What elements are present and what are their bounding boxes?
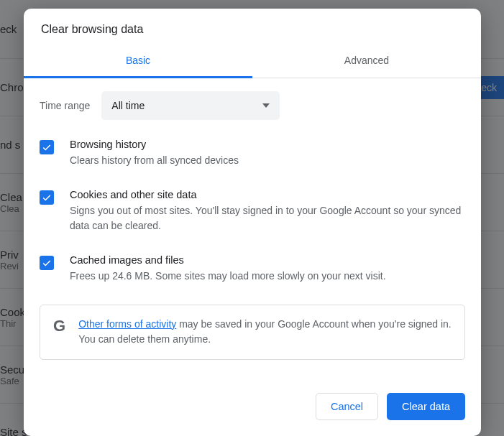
option-title: Cookies and other site data (70, 189, 465, 200)
tab-basic[interactable]: Basic (24, 46, 252, 78)
time-range-label: Time range (40, 100, 90, 111)
check-icon (42, 258, 52, 268)
time-range-select[interactable]: All time (101, 91, 280, 120)
google-icon: G (53, 318, 65, 334)
google-account-notice: G Other forms of activity may be saved i… (40, 305, 465, 360)
dialog-footer: Cancel Clear data (24, 380, 481, 436)
check-icon (42, 193, 52, 203)
clear-browsing-data-dialog: Clear browsing data Basic Advanced Time … (24, 9, 481, 436)
option-desc: Signs you out of most sites. You'll stay… (70, 203, 465, 234)
option-title: Browsing history (70, 139, 239, 150)
checkbox-browsing-history[interactable] (40, 140, 54, 154)
check-icon (42, 142, 52, 152)
dialog-body[interactable]: Time range All time Browsing history Cle… (24, 78, 481, 380)
checkbox-cookies[interactable] (40, 190, 54, 205)
notice-text: Other forms of activity may be saved in … (78, 317, 452, 348)
option-title: Cached images and files (70, 254, 386, 266)
tab-bar: Basic Advanced (24, 46, 481, 78)
other-activity-link[interactable]: Other forms of activity (78, 318, 176, 330)
cancel-button[interactable]: Cancel (316, 393, 378, 420)
option-browsing-history: Browsing history Clears history from all… (40, 139, 465, 169)
chevron-down-icon (262, 103, 270, 108)
option-cookies: Cookies and other site data Signs you ou… (40, 189, 465, 234)
tab-advanced[interactable]: Advanced (252, 46, 481, 78)
clear-data-button[interactable]: Clear data (387, 393, 465, 420)
checkbox-cached[interactable] (40, 256, 54, 270)
option-cached: Cached images and files Frees up 24.6 MB… (40, 254, 465, 284)
option-desc: Clears history from all synced devices (70, 153, 239, 169)
option-desc: Frees up 24.6 MB. Some sites may load mo… (70, 269, 386, 284)
dialog-title: Clear browsing data (24, 9, 481, 46)
time-range-value: All time (111, 100, 145, 111)
time-range-row: Time range All time (40, 91, 465, 120)
